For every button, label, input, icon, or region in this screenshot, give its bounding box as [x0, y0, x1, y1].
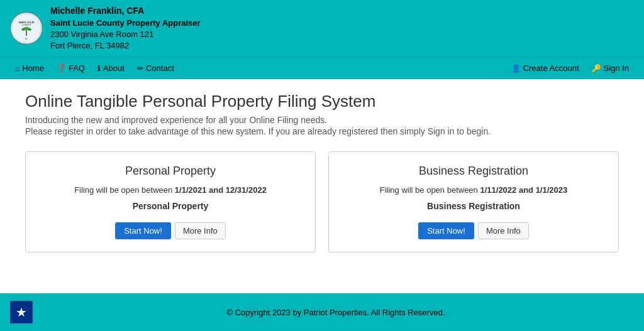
nav-about-label: About	[103, 63, 125, 73]
nav-create-account[interactable]: 👤 Create Account	[506, 60, 584, 77]
page-title: Online Tangible Personal Property Filing…	[25, 92, 619, 111]
navbar-right: 👤 Create Account 🔑 Sign In	[506, 60, 634, 77]
subtitle-line1: Introducing the new and improved experie…	[25, 115, 619, 125]
svg-text:FL: FL	[25, 38, 28, 40]
home-icon: ⌂	[15, 64, 19, 73]
address-line1: 2300 Virginia Ave Room 121	[50, 29, 201, 40]
personal-property-start-button[interactable]: Start Now!	[115, 222, 171, 239]
business-registration-more-info-button[interactable]: More Info	[478, 222, 529, 239]
svg-text:COUNTY: COUNTY	[22, 24, 31, 26]
personal-property-buttons: Start Now! More Info	[115, 222, 226, 239]
nav-home[interactable]: ⌂ Home	[10, 60, 49, 77]
business-registration-card: Business Registration Filing will be ope…	[328, 151, 619, 252]
navbar-left: ⌂ Home ❓ FAQ ℹ About ✏ Contact	[10, 60, 506, 77]
nav-contact[interactable]: ✏ Contact	[132, 60, 179, 77]
contact-icon: ✏	[137, 64, 143, 73]
business-registration-filing-text: Filing will be open between	[380, 185, 478, 195]
header-text-block: Michelle Franklin, CFA Saint Lucie Count…	[50, 5, 201, 52]
personal-property-card: Personal Property Filing will be open be…	[25, 151, 316, 252]
nav-faq[interactable]: ❓ FAQ	[52, 60, 90, 77]
about-icon: ℹ	[97, 64, 101, 73]
personal-property-label: Personal Property	[133, 201, 209, 211]
nav-create-account-label: Create Account	[523, 63, 579, 73]
site-logo: SAINT LUCIE COUNTY FL	[10, 12, 43, 45]
address-line2: Fort Pierce, FL 34982	[50, 40, 201, 52]
user-icon: 👤	[511, 64, 521, 73]
business-registration-start-button[interactable]: Start Now!	[418, 222, 474, 239]
nav-contact-label: Contact	[146, 63, 174, 73]
personal-property-more-info-button[interactable]: More Info	[175, 222, 226, 239]
personal-property-dates: Filing will be open between 1/1/2021 and…	[74, 185, 267, 195]
personal-property-date-range: 1/1/2021 and 12/31/2022	[175, 185, 267, 195]
nav-sign-in-label: Sign In	[604, 63, 629, 73]
business-registration-label: Business Registration	[427, 201, 520, 211]
nav-faq-label: FAQ	[69, 63, 85, 73]
appraiser-name: Michelle Franklin, CFA	[50, 5, 201, 18]
department-name: Saint Lucie County Property Appraiser	[50, 18, 201, 29]
business-registration-buttons: Start Now! More Info	[418, 222, 529, 239]
nav-sign-in[interactable]: 🔑 Sign In	[587, 60, 634, 77]
signin-icon: 🔑	[592, 64, 601, 73]
navbar: ⌂ Home ❓ FAQ ℹ About ✏ Contact 👤 Create …	[0, 57, 644, 79]
personal-property-title: Personal Property	[125, 165, 216, 178]
site-header: SAINT LUCIE COUNTY FL Michelle Franklin,…	[0, 0, 644, 57]
main-content: Online Tangible Personal Property Filing…	[0, 79, 644, 265]
personal-property-filing-text: Filing will be open between	[74, 185, 172, 195]
subtitle-line2: Please register in order to take advanta…	[25, 126, 619, 136]
nav-home-label: Home	[22, 63, 44, 73]
nav-about[interactable]: ℹ About	[92, 60, 130, 77]
business-registration-date-range: 1/11/2022 and 1/1/2023	[480, 185, 567, 195]
business-registration-dates: Filing will be open between 1/11/2022 an…	[380, 185, 568, 195]
business-registration-title: Business Registration	[419, 165, 528, 178]
faq-icon: ❓	[57, 64, 66, 73]
cards-row: Personal Property Filing will be open be…	[25, 151, 619, 252]
